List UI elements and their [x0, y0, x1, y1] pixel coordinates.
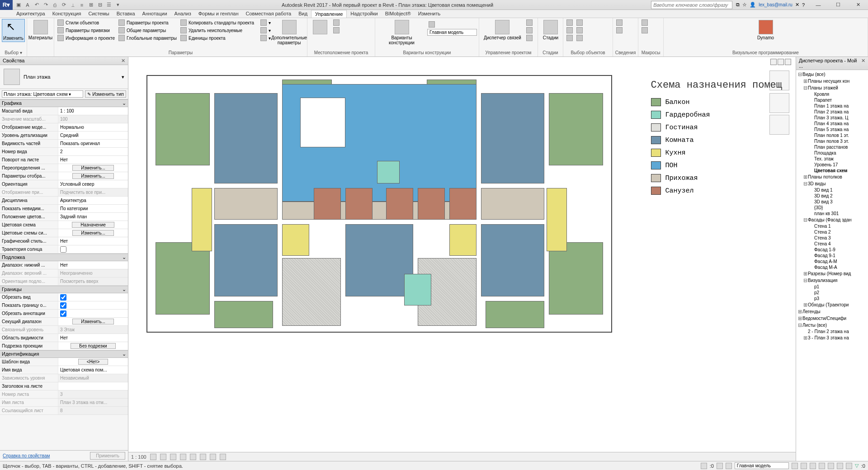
tab-Надстройки[interactable]: Надстройки	[347, 10, 381, 18]
prop-row[interactable]: Область видимостиНет	[0, 334, 128, 342]
prop-row[interactable]: Масштаб вида1 : 100	[0, 107, 128, 115]
tab-Системы[interactable]: Системы	[85, 10, 113, 18]
prop-value[interactable]: Архитектура	[58, 197, 128, 204]
tree-node[interactable]: ⊞Планы потолков	[797, 174, 867, 180]
qat-measure-icon[interactable]: ⟂	[69, 1, 77, 9]
prop-edit-button[interactable]: Изменить...	[72, 165, 113, 171]
view-home-icon[interactable]	[770, 59, 777, 65]
tree-node[interactable]: План расстанов	[797, 144, 867, 150]
tree-node[interactable]: План полов 1 эт.	[797, 132, 867, 138]
prop-row[interactable]: Зависимость уровняНезависимый	[0, 374, 128, 382]
tree-node[interactable]: p2	[797, 290, 867, 296]
project-params-button[interactable]: Параметры проекта	[117, 19, 178, 26]
prop-row[interactable]: Обрезать аннотации	[0, 310, 128, 318]
prop-row[interactable]: Отображение при...Подчистить все при...	[0, 188, 128, 197]
floor-plan-view[interactable]	[146, 75, 612, 333]
prop-row[interactable]: Ориентация подло...Посмотреть вверх	[0, 277, 128, 286]
prop-value[interactable]	[58, 310, 128, 317]
tab-Вид[interactable]: Вид	[295, 10, 311, 18]
tree-node[interactable]: Тех. этаж	[797, 156, 867, 162]
subscription-icon[interactable]: ⧉	[736, 2, 740, 8]
tab-Совместная работа[interactable]: Совместная работа	[242, 10, 295, 18]
modify-button[interactable]: ↖Изменить	[2, 19, 25, 42]
scale-label[interactable]: 1 : 100	[131, 454, 146, 460]
exchange-icon[interactable]: ✕	[795, 2, 799, 8]
crop-icon[interactable]	[190, 454, 196, 460]
shared-params-button[interactable]: Общие параметры	[117, 27, 178, 34]
panel-sched-button[interactable]: ▾	[259, 34, 272, 42]
prop-edit-button[interactable]: Изменить...	[72, 230, 113, 236]
drawing-canvas[interactable]: Схема назначения помещ БалконГардеробная…	[128, 57, 796, 461]
tab-Анализ[interactable]: Анализ	[171, 10, 195, 18]
tree-node[interactable]: План 5 этажа на	[797, 127, 867, 132]
qat-dropdown-icon[interactable]: ▾	[114, 1, 122, 9]
tree-node[interactable]: ⊟Визуализация	[797, 277, 867, 284]
tree-node[interactable]: План полов 3 эт.	[797, 138, 867, 144]
prop-value[interactable]: <Нет>	[58, 358, 128, 366]
shadows-icon[interactable]	[180, 454, 186, 460]
prop-value[interactable]: Изменить...	[58, 318, 128, 325]
prop-value[interactable]: Нормально	[58, 123, 128, 131]
tree-node[interactable]: ⊟Листы (все)	[797, 322, 867, 329]
properties-help-link[interactable]: Справка по свойствам	[3, 453, 50, 458]
sb-icon[interactable]	[701, 463, 707, 469]
tree-node[interactable]: Кровля	[797, 91, 867, 97]
prop-row[interactable]: Траектория солнца	[0, 245, 128, 254]
prop-value[interactable]: 3	[58, 390, 128, 398]
qat-sync-icon[interactable]: ⟳	[60, 1, 68, 9]
tab-Формы и генплан[interactable]: Формы и генплан	[195, 10, 242, 18]
reveal-icon[interactable]	[220, 454, 226, 460]
prop-group[interactable]: Подложка⌄	[0, 254, 128, 261]
tree-node[interactable]: План 3 этажа. Ц	[797, 115, 867, 121]
qat-undo-icon[interactable]: ↶	[33, 1, 41, 9]
prop-value[interactable]: 1 : 100	[58, 107, 128, 115]
tree-node[interactable]: ⊞Обходы (Траектори	[797, 301, 867, 308]
prop-row[interactable]: ДисциплинаАрхитектура	[0, 197, 128, 205]
prop-value[interactable]: Изменить...	[58, 229, 128, 237]
qat-align-icon[interactable]: ≡	[78, 1, 86, 9]
prop-checkbox[interactable]	[60, 246, 66, 253]
sb-filter-icon[interactable]	[792, 463, 798, 469]
prop-value[interactable]: Показать оригинал	[58, 140, 128, 147]
hide-icon[interactable]	[210, 454, 216, 460]
minimize-button[interactable]: —	[808, 0, 828, 10]
prop-value[interactable]: Подчистить все при...	[58, 188, 128, 196]
tree-node[interactable]: Фасад 9-1	[797, 253, 867, 258]
prop-value[interactable]: Неограниченно	[58, 269, 128, 277]
tree-node[interactable]: ⊞Ведомости/Специфи	[797, 315, 867, 322]
tree-node[interactable]: План 4 этажа на	[797, 121, 867, 127]
search-input[interactable]	[651, 1, 732, 9]
tree-node[interactable]: Стена 4	[797, 241, 867, 247]
tab-BIMobject®[interactable]: BIMobject®	[382, 10, 415, 18]
crop-region-icon[interactable]	[200, 454, 206, 460]
tree-node[interactable]: план кв 301	[797, 211, 867, 216]
tree-node[interactable]: ⊟Планы этажей	[797, 85, 867, 91]
prop-row[interactable]: Переопределения ...Изменить...	[0, 164, 128, 172]
link-manager-button[interactable]: Диспетчер связей	[481, 19, 524, 41]
tree-node[interactable]: {3D}	[797, 205, 867, 211]
prop-row[interactable]: Заголовок на листе	[0, 382, 128, 390]
prop-value[interactable]: Нет	[58, 237, 128, 245]
phases-button[interactable]: Стадии	[540, 19, 561, 41]
prop-edit-button[interactable]: <Нет>	[78, 359, 108, 365]
prop-edit-button[interactable]: Изменить...	[72, 319, 113, 324]
main-model-combo[interactable]	[427, 29, 477, 36]
qat-redo-icon[interactable]: ↷	[42, 1, 50, 9]
global-params-button[interactable]: Глобальные параметры	[117, 34, 178, 42]
sb-link-icon[interactable]	[810, 463, 816, 469]
additional-params-button[interactable]: Дополнительные параметры	[273, 19, 305, 46]
qat-thin-icon[interactable]: ⊞	[87, 1, 95, 9]
prop-row[interactable]: Подрезка проекцииБез подрезки	[0, 342, 128, 350]
tree-node[interactable]: Фасад 1-9	[797, 247, 867, 253]
prop-row[interactable]: Номер листа3	[0, 390, 128, 399]
view-tile-icon[interactable]	[778, 59, 784, 65]
prop-edit-button[interactable]: Без подрезки	[71, 343, 115, 349]
tree-node[interactable]: ⊟3D виды	[797, 180, 867, 187]
tree-node[interactable]: Стена 3	[797, 235, 867, 241]
tab-Аннотации[interactable]: Аннотации	[139, 10, 171, 18]
sb-select-icon[interactable]	[801, 463, 807, 469]
sb-face-icon[interactable]	[837, 463, 843, 469]
prop-group[interactable]: Идентификация⌄	[0, 350, 128, 358]
tree-node[interactable]: План 1 этажа на	[797, 103, 867, 109]
prop-value[interactable]: По категории	[58, 205, 128, 212]
